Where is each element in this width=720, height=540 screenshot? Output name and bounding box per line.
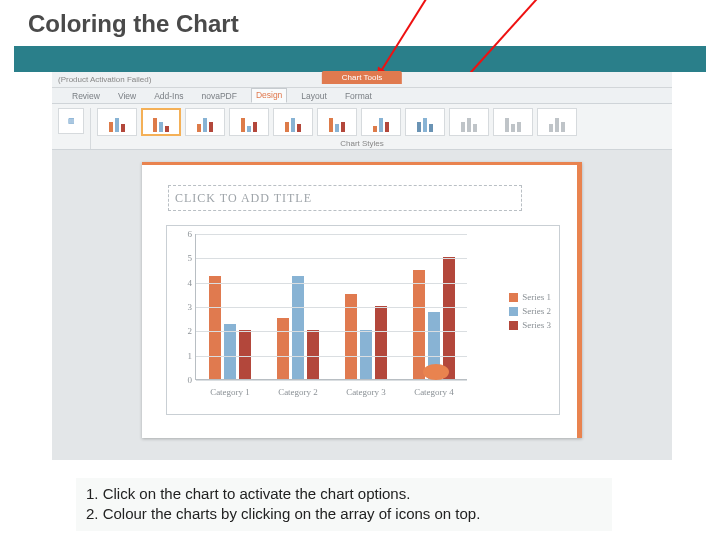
gridline — [196, 356, 467, 357]
tab-layout[interactable]: Layout — [297, 90, 331, 103]
y-axis-tick-label: 2 — [180, 326, 192, 336]
instruction-line: 2. Colour the charts by clicking on the … — [86, 504, 602, 524]
legend-swatch-icon — [509, 293, 518, 302]
chart-tools-contextual-tab: Chart Tools — [322, 71, 402, 84]
chart-style-swatch[interactable] — [185, 108, 225, 136]
chart-style-swatch[interactable] — [405, 108, 445, 136]
legend-swatch-icon — [509, 307, 518, 316]
bar — [292, 276, 304, 379]
tab-review[interactable]: Review — [68, 90, 104, 103]
legend-label: Series 3 — [522, 320, 551, 330]
chart-legend: Series 1 Series 2 Series 3 — [509, 292, 551, 334]
instruction-box: 1. Click on the chart to activate the ch… — [76, 478, 612, 531]
bar — [413, 270, 425, 380]
instruction-line: 1. Click on the chart to activate the ch… — [86, 484, 602, 504]
change-chart-type-button[interactable]: ▥ — [58, 108, 84, 134]
slide-accent-bar — [577, 165, 582, 438]
ribbon-tabstrip: Review View Add-Ins novaPDF Design Layou… — [52, 88, 672, 104]
mouse-cursor-highlight — [423, 364, 449, 380]
tab-addins[interactable]: Add-Ins — [150, 90, 187, 103]
title-placeholder[interactable]: CLICK TO ADD TITLE — [168, 185, 522, 211]
legend-label: Series 1 — [522, 292, 551, 302]
bar — [209, 276, 221, 379]
chart-style-swatch[interactable] — [273, 108, 313, 136]
bar — [224, 324, 236, 379]
ribbon: ▥ — [52, 104, 672, 150]
bar — [375, 306, 387, 379]
y-axis-tick-label: 1 — [180, 351, 192, 361]
office-screenshot: (Product Activation Failed) Chart Tools … — [52, 72, 672, 460]
chart-style-swatch-selected[interactable] — [141, 108, 181, 136]
x-axis-tick-label: Category 3 — [346, 387, 386, 397]
chart-object[interactable]: 0123456Category 1Category 2Category 3Cat… — [166, 225, 560, 415]
ribbon-group-label-chart-styles: Chart Styles — [340, 139, 384, 148]
y-axis-tick-label: 5 — [180, 253, 192, 263]
chart-style-swatch[interactable] — [493, 108, 533, 136]
gridline — [196, 258, 467, 259]
y-axis-tick-label: 3 — [180, 302, 192, 312]
chart-style-swatch[interactable] — [317, 108, 357, 136]
chart-style-swatch[interactable] — [537, 108, 577, 136]
chart-style-swatch[interactable] — [229, 108, 269, 136]
ribbon-separator — [90, 108, 91, 149]
y-axis-tick-label: 0 — [180, 375, 192, 385]
legend-item: Series 1 — [509, 292, 551, 302]
legend-label: Series 2 — [522, 306, 551, 316]
title-underline-bar — [14, 46, 706, 72]
gridline — [196, 307, 467, 308]
titlebar: (Product Activation Failed) Chart Tools — [52, 72, 672, 88]
x-axis-tick-label: Category 1 — [210, 387, 250, 397]
x-axis-tick-label: Category 4 — [414, 387, 454, 397]
legend-swatch-icon — [509, 321, 518, 330]
gridline — [196, 234, 467, 235]
legend-item: Series 2 — [509, 306, 551, 316]
tab-design[interactable]: Design — [251, 88, 287, 103]
gridline — [196, 283, 467, 284]
chart-icon: ▥ — [68, 117, 75, 125]
slide[interactable]: CLICK TO ADD TITLE 0123456Category 1Cate… — [142, 162, 582, 438]
gridline — [196, 380, 467, 381]
tab-view[interactable]: View — [114, 90, 140, 103]
chart-style-swatch[interactable] — [97, 108, 137, 136]
slide-canvas-area: CLICK TO ADD TITLE 0123456Category 1Cate… — [52, 150, 672, 460]
y-axis-tick-label: 4 — [180, 278, 192, 288]
legend-item: Series 3 — [509, 320, 551, 330]
bar — [443, 257, 455, 379]
slide-title: Coloring the Chart — [28, 10, 692, 38]
plot-area: 0123456Category 1Category 2Category 3Cat… — [195, 234, 467, 380]
activation-notice: (Product Activation Failed) — [52, 75, 151, 84]
gridline — [196, 331, 467, 332]
chart-style-swatch[interactable] — [449, 108, 489, 136]
chart-style-swatch[interactable] — [361, 108, 401, 136]
y-axis-tick-label: 6 — [180, 229, 192, 239]
tab-novapdf[interactable]: novaPDF — [197, 90, 240, 103]
tab-format[interactable]: Format — [341, 90, 376, 103]
bar — [277, 318, 289, 379]
x-axis-tick-label: Category 2 — [278, 387, 318, 397]
